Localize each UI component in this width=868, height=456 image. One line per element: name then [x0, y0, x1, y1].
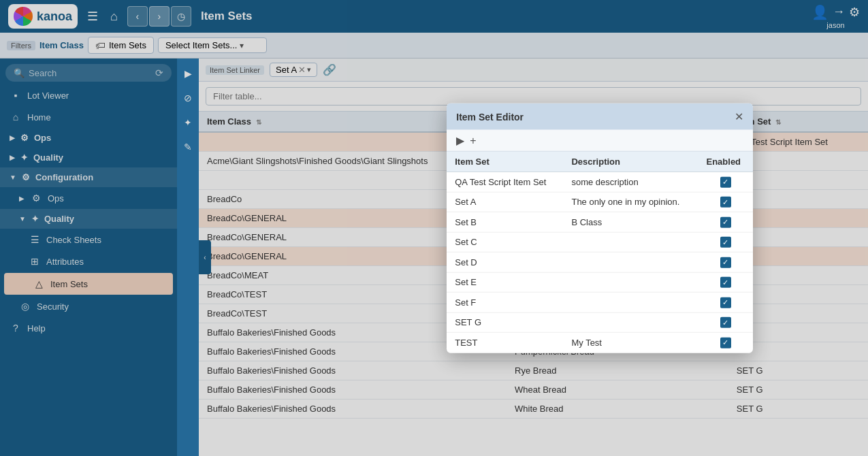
checkbox-checked[interactable]: ✓	[720, 257, 731, 267]
modal-play-button[interactable]: ▶	[456, 134, 464, 147]
modal-item-set-cell: Set A	[447, 192, 563, 212]
modal-enabled-cell[interactable]: ✓	[698, 192, 754, 212]
modal-enabled-cell[interactable]: ✓	[698, 272, 754, 293]
modal-item-set-cell: Set E	[447, 272, 563, 293]
modal-description-cell: B Class	[563, 212, 698, 232]
modal-table-row[interactable]: Set C✓	[447, 232, 753, 253]
modal-toolbar: ▶ +	[447, 130, 753, 152]
modal-table-row[interactable]: TESTMy Test✓	[447, 332, 753, 353]
modal-enabled-cell[interactable]: ✓	[698, 232, 754, 253]
modal-item-set-cell: TEST	[447, 332, 563, 353]
modal-item-set-cell: Set B	[447, 212, 563, 232]
modal-table-row[interactable]: SET G✓	[447, 312, 753, 333]
modal-description-cell: My Test	[563, 332, 698, 353]
modal-description-cell: some description	[563, 172, 698, 192]
checkbox-checked[interactable]: ✓	[720, 337, 731, 348]
modal-col-enabled: Enabled	[698, 152, 754, 172]
modal-description-cell	[563, 292, 698, 312]
modal-enabled-cell[interactable]: ✓	[698, 252, 754, 272]
checkbox-checked[interactable]: ✓	[720, 197, 731, 208]
checkbox-checked[interactable]: ✓	[720, 297, 731, 308]
checkbox-checked[interactable]: ✓	[720, 237, 731, 248]
modal-enabled-cell[interactable]: ✓	[698, 332, 754, 353]
modal-title: Item Set Editor	[456, 111, 524, 122]
modal-description-cell	[563, 252, 698, 272]
modal-close-button[interactable]: ✕	[735, 110, 743, 123]
modal-item-set-cell: QA Test Script Item Set	[447, 172, 563, 192]
modal-enabled-cell[interactable]: ✓	[698, 292, 754, 312]
item-set-editor-modal: Item Set Editor ✕ ▶ + Item Set Descripti…	[447, 103, 753, 353]
modal-col-description: Description	[563, 152, 698, 172]
modal-table-row[interactable]: Set F✓	[447, 292, 753, 312]
checkbox-checked[interactable]: ✓	[720, 176, 731, 187]
checkbox-checked[interactable]: ✓	[720, 277, 731, 288]
modal-header: Item Set Editor ✕	[447, 103, 753, 130]
modal-item-set-cell: Set D	[447, 252, 563, 272]
modal-table-row[interactable]: Set AThe only one in my opinion.✓	[447, 192, 753, 212]
checkbox-checked[interactable]: ✓	[720, 317, 731, 328]
modal-enabled-cell[interactable]: ✓	[698, 312, 754, 333]
modal-table-row[interactable]: Set BB Class✓	[447, 212, 753, 232]
modal-add-button[interactable]: +	[470, 134, 476, 146]
modal-table-row[interactable]: QA Test Script Item Setsome description✓	[447, 172, 753, 192]
modal-item-set-cell: SET G	[447, 312, 563, 333]
modal-table-row[interactable]: Set E✓	[447, 272, 753, 293]
modal-table-row[interactable]: Set D✓	[447, 252, 753, 272]
modal-enabled-cell[interactable]: ✓	[698, 212, 754, 232]
modal-description-cell	[563, 312, 698, 333]
modal-table: Item Set Description Enabled QA Test Scr…	[447, 152, 753, 353]
modal-enabled-cell[interactable]: ✓	[698, 172, 754, 192]
modal-col-item-set: Item Set	[447, 152, 563, 172]
modal-header-row: Item Set Description Enabled	[447, 152, 753, 172]
modal-item-set-cell: Set C	[447, 232, 563, 253]
modal-description-cell	[563, 272, 698, 293]
modal-description-cell	[563, 232, 698, 253]
checkbox-checked[interactable]: ✓	[720, 216, 731, 227]
modal-item-set-cell: Set F	[447, 292, 563, 312]
modal-description-cell: The only one in my opinion.	[563, 192, 698, 212]
